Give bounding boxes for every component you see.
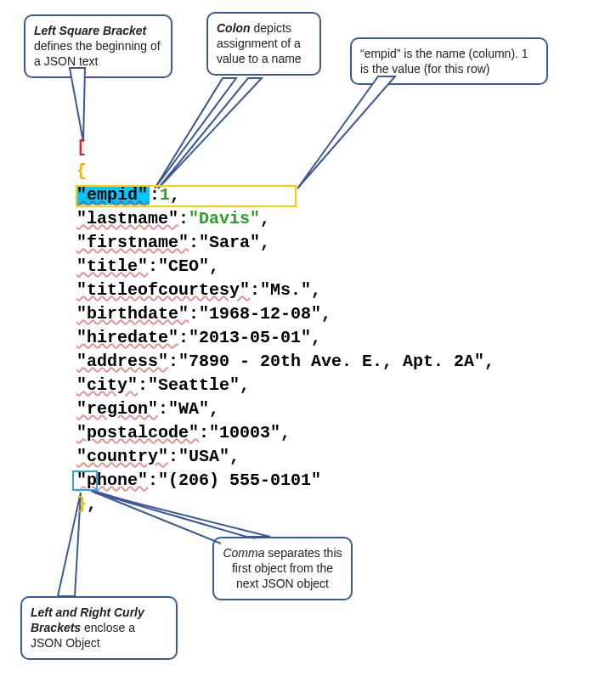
json-key: "birthdate" (76, 304, 189, 324)
json-value: "10003" (209, 423, 280, 442)
callout-colon: Colon depicts assignment of a value to a… (206, 12, 321, 76)
json-key: "country" (76, 447, 168, 466)
json-key: "region" (76, 399, 158, 419)
json-key: "firstname" (76, 233, 189, 252)
json-key: "address" (76, 352, 168, 371)
callout-comma-bold: Comma (223, 546, 264, 560)
open-array-bracket: [ (76, 138, 87, 157)
json-value: "Seattle" (148, 375, 240, 395)
json-value: "Sara" (199, 233, 260, 252)
json-code-block: [ { "empid":1, "lastname":"Davis", "firs… (76, 136, 494, 516)
json-key: "empid" (76, 185, 150, 205)
close-curly-brace: } (76, 494, 87, 514)
callout-empid-text: “empid” is the name (column). 1 is the v… (360, 47, 528, 76)
json-value: "USA" (178, 447, 229, 466)
callout-left-bracket-rest: defines the beginning of a JSON text (34, 39, 161, 68)
json-key: "phone" (76, 470, 148, 490)
callout-empid: “empid” is the name (column). 1 is the v… (350, 37, 548, 85)
json-value: "Ms." (260, 280, 311, 300)
json-value: "Davis" (189, 209, 260, 228)
callout-left-bracket-bold: Left Square Bracket (34, 24, 146, 37)
json-value: "7890 - 20th Ave. E., Apt. 2A" (178, 352, 484, 371)
json-key: "city" (76, 375, 138, 395)
json-value: "CEO" (158, 256, 209, 276)
callout-curly: Left and Right Curly Brackets enclose a … (20, 596, 178, 660)
json-value: 1 (160, 185, 170, 205)
object-separator-comma: , (87, 494, 97, 514)
json-value: "2013-05-01" (189, 328, 311, 347)
json-key: "lastname" (76, 209, 178, 228)
callout-left-bracket: Left Square Bracket defines the beginnin… (24, 14, 172, 78)
json-value: "(206) 555-0101" (158, 470, 321, 490)
callout-comma: Comma separates this first object from t… (212, 537, 353, 600)
json-key: "title" (76, 256, 148, 276)
json-value: "1968-12-08" (199, 304, 321, 324)
json-key: "postalcode" (76, 423, 199, 442)
json-key: "hiredate" (76, 328, 178, 347)
svg-marker-0 (70, 68, 85, 142)
callout-colon-bold: Colon (217, 21, 251, 35)
json-value: "WA" (168, 399, 209, 419)
open-curly-brace: { (76, 161, 87, 181)
json-key: "titleofcourtesy" (76, 280, 250, 300)
